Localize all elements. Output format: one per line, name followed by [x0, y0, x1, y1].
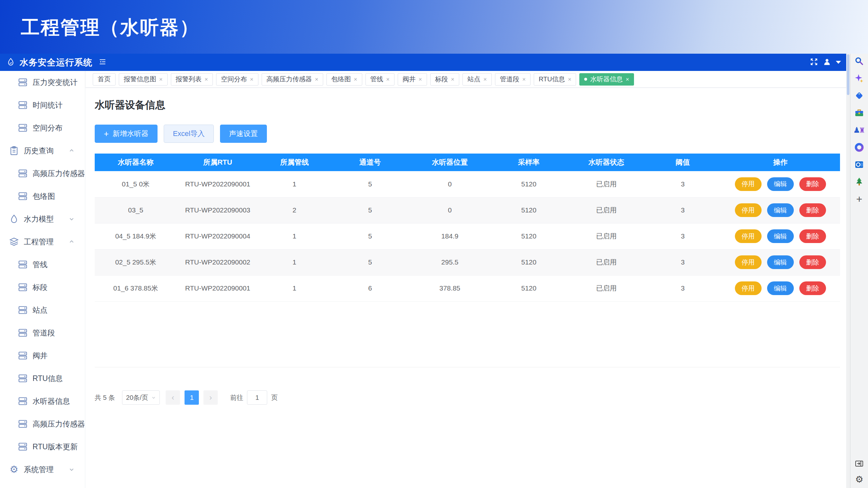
- disable-button[interactable]: 停用: [735, 203, 762, 217]
- tab-pipe-segment[interactable]: 管道段×: [495, 73, 531, 86]
- close-icon[interactable]: ×: [625, 76, 629, 82]
- close-icon[interactable]: ×: [159, 76, 163, 82]
- sidebar-item-hf-pressure-sensor-mgmt[interactable]: 高频压力传感器: [0, 413, 85, 435]
- tab-home[interactable]: 首页: [93, 73, 116, 86]
- tab-valve-well[interactable]: 阀井×: [398, 73, 427, 86]
- close-icon[interactable]: ×: [568, 76, 571, 82]
- table-row: 02_5 295.5米RTU-WP2022090002 15 295.55120…: [95, 249, 840, 275]
- sound-speed-settings-button[interactable]: 声速设置: [220, 125, 267, 143]
- tab-rtu-info[interactable]: RTU信息×: [534, 73, 576, 86]
- games-chess-icon[interactable]: ♟♜: [854, 125, 864, 135]
- sidebar-group-hydraulic-model[interactable]: 水力模型: [0, 207, 85, 230]
- shopping-tag-icon[interactable]: [854, 91, 864, 100]
- pagination: 共 5 条 20条/页 ‹ 1 › 前往 页: [95, 390, 278, 405]
- m365-icon[interactable]: [854, 142, 864, 152]
- edit-button[interactable]: 编辑: [767, 255, 794, 269]
- settings-gear-icon[interactable]: ⚙: [854, 474, 864, 484]
- delete-button[interactable]: 删除: [799, 229, 826, 243]
- disable-button[interactable]: 停用: [735, 255, 762, 269]
- sidebar-item-pipeline[interactable]: 管线: [0, 253, 85, 276]
- edit-button[interactable]: 编辑: [767, 177, 794, 191]
- collapse-menu-icon[interactable]: [98, 58, 107, 67]
- close-icon[interactable]: ×: [205, 76, 208, 82]
- search-icon[interactable]: [854, 56, 864, 66]
- chevron-down-icon: [69, 466, 74, 473]
- sidebar-item-rtu-version-update[interactable]: RTU版本更新: [0, 435, 85, 458]
- sidebar-item-pipe-segment[interactable]: 管道段: [0, 321, 85, 344]
- page-scrollbar[interactable]: [846, 54, 850, 488]
- close-icon[interactable]: ×: [522, 76, 526, 82]
- active-dot-icon: [584, 78, 587, 81]
- tab-alarm-list[interactable]: 报警列表×: [171, 73, 213, 86]
- current-page-button[interactable]: 1: [185, 390, 199, 405]
- next-page-button[interactable]: ›: [204, 390, 218, 405]
- main-content: 水听器设备信息 + 新增水听器 Excel导入 声速设置 水听器名称 所属RTU…: [86, 88, 846, 488]
- table-row: 04_5 184.9米RTU-WP2022090004 15 184.95120…: [95, 223, 840, 249]
- table-row: 01_5 0米RTU-WP2022090001 15 05120 已启用3 停用…: [95, 171, 840, 197]
- sidebar-item-bid-section[interactable]: 标段: [0, 276, 85, 299]
- goto-page-input[interactable]: [247, 390, 267, 405]
- prev-page-button[interactable]: ‹: [166, 390, 180, 405]
- goto-suffix: 页: [271, 393, 278, 402]
- tab-hydrophone-info-active[interactable]: 水听器信息×: [579, 73, 634, 86]
- close-icon[interactable]: ×: [354, 76, 358, 82]
- app-navbar: 水务安全运行系统: [0, 54, 846, 71]
- sidebar-item-rtu-info[interactable]: RTU信息: [0, 367, 85, 390]
- add-icon[interactable]: +: [854, 194, 864, 204]
- delete-button[interactable]: 删除: [799, 255, 826, 269]
- chevron-down-icon: [69, 216, 74, 222]
- table-row: 01_6 378.85米RTU-WP2022090001 16 378.8551…: [95, 275, 840, 301]
- close-icon[interactable]: ×: [483, 76, 487, 82]
- sidebar-group-system-mgmt[interactable]: ⚙ 系统管理: [0, 458, 85, 481]
- disable-button[interactable]: 停用: [735, 177, 762, 191]
- fullscreen-icon[interactable]: [810, 58, 818, 67]
- tab-bid-section[interactable]: 标段×: [430, 73, 460, 86]
- close-icon[interactable]: ×: [418, 76, 422, 82]
- close-icon[interactable]: ×: [386, 76, 390, 82]
- edit-button[interactable]: 编辑: [767, 282, 794, 295]
- sidebar-item-station[interactable]: 站点: [0, 299, 85, 321]
- tree-icon[interactable]: [854, 177, 864, 187]
- sidebar-item-pressure-mutation-stats[interactable]: 压力突变统计: [0, 71, 85, 94]
- toolbox-icon[interactable]: [854, 108, 864, 118]
- tab-station[interactable]: 站点×: [463, 73, 492, 86]
- disable-button[interactable]: 停用: [735, 229, 762, 243]
- edit-button[interactable]: 编辑: [767, 229, 794, 243]
- sidebar-item-hf-pressure-sensor[interactable]: 高频压力传感器: [0, 162, 85, 185]
- page-size-select[interactable]: 20条/页: [122, 390, 160, 405]
- tab-alarm-info-chart[interactable]: 报警信息图×: [119, 73, 167, 86]
- disable-button[interactable]: 停用: [735, 282, 762, 295]
- close-icon[interactable]: ×: [451, 76, 455, 82]
- tab-hf-pressure-sensor[interactable]: 高频压力传感器×: [262, 73, 323, 86]
- banner-title: 工程管理（水听器）: [21, 15, 199, 40]
- user-menu-caret-icon[interactable]: [836, 61, 841, 64]
- chevron-up-icon: [69, 239, 74, 245]
- edit-button[interactable]: 编辑: [767, 203, 794, 217]
- add-hydrophone-button[interactable]: + 新增水听器: [95, 125, 157, 143]
- sidebar-group-history-query[interactable]: 历史查询: [0, 139, 85, 162]
- gear-icon: ⚙: [9, 464, 19, 474]
- tab-envelope-chart[interactable]: 包络图×: [327, 73, 362, 86]
- delete-button[interactable]: 删除: [799, 282, 826, 295]
- copilot-sparkle-icon[interactable]: [854, 73, 864, 83]
- close-icon[interactable]: ×: [315, 76, 319, 82]
- sidebar-group-engineering-mgmt[interactable]: 工程管理: [0, 230, 85, 253]
- tab-pipeline[interactable]: 管线×: [366, 73, 395, 86]
- outlook-icon[interactable]: [854, 160, 864, 169]
- sidebar-item-valve-well[interactable]: 阀井: [0, 344, 85, 367]
- excel-import-button[interactable]: Excel导入: [164, 125, 214, 143]
- sidebar-item-hydrophone-info[interactable]: 水听器信息: [0, 390, 85, 413]
- close-icon[interactable]: ×: [250, 76, 253, 82]
- tab-spatial-distribution[interactable]: 空间分布×: [216, 73, 258, 86]
- sidebar-item-envelope-chart[interactable]: 包络图: [0, 185, 85, 207]
- table-row: 03_5RTU-WP2022090003 25 05120 已启用3 停用 编辑…: [95, 197, 840, 223]
- scrollbar-thumb[interactable]: [847, 54, 849, 95]
- user-avatar-icon[interactable]: [823, 58, 831, 67]
- sidebar-item-spatial-distribution[interactable]: 空间分布: [0, 117, 85, 139]
- total-count: 共 5 条: [95, 393, 115, 402]
- sidebar-item-time-stats[interactable]: 时间统计: [0, 94, 85, 117]
- section-divider: [95, 367, 840, 367]
- delete-button[interactable]: 删除: [799, 203, 826, 217]
- delete-button[interactable]: 删除: [799, 177, 826, 191]
- open-sidebar-icon[interactable]: [854, 459, 864, 468]
